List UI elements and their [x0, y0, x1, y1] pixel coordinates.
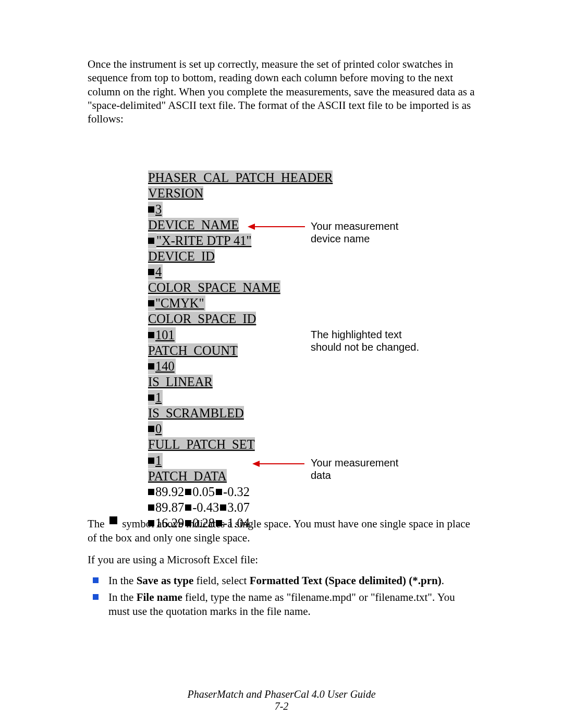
code-line: COLOR_SPACE_NAME [148, 280, 280, 294]
code-line: VERSION [148, 186, 203, 200]
space-symbol-icon [148, 394, 154, 401]
code-line: 140 [155, 359, 175, 373]
arrow-icon [254, 226, 305, 227]
device-name-value: "X-RITE DTP 41" [156, 233, 251, 248]
code-line: "CMYK" [155, 296, 204, 310]
space-symbol-icon [148, 426, 154, 432]
annotation-device-name: Your measurement device name [311, 220, 420, 245]
space-symbol-icon [148, 238, 154, 244]
page-number: 7-2 [88, 700, 475, 712]
code-line: 3 [155, 202, 162, 216]
code-line: 4 [155, 265, 162, 279]
code-line: 0 [155, 422, 162, 436]
page-footer: PhaserMatch and PhaserCal 4.0 User Guide… [88, 688, 475, 728]
code-line: IS_SCRAMBLED [148, 406, 244, 420]
code-line: 1 [155, 453, 162, 467]
arrow-icon [259, 463, 304, 464]
space-symbol-icon [216, 520, 222, 526]
space-symbol-icon [185, 504, 191, 511]
code-line: 1 [155, 390, 162, 404]
space-symbol-icon [148, 489, 154, 495]
list-item: In the File name field, type the name as… [104, 590, 475, 619]
space-symbol-icon [220, 504, 226, 511]
footer-title: PhaserMatch and PhaserCal 4.0 User Guide [187, 688, 375, 700]
space-symbol-icon [109, 516, 117, 524]
space-symbol-icon [185, 489, 191, 495]
space-symbol-icon [148, 458, 154, 464]
annotation-highlighted: The highlighted text should not be chang… [311, 328, 420, 353]
code-line: DEVICE_ID [148, 249, 215, 263]
excel-intro: If you are using a Microsoft Excel file: [88, 553, 475, 566]
data-line: 16.290.28-1.04 [148, 515, 311, 531]
code-line: IS_LINEAR [148, 375, 213, 389]
code-line: PHASER_CAL_PATCH_HEADER [148, 170, 333, 184]
data-line: 89.920.05-0.32 [148, 484, 311, 500]
bullet-list: In the Save as type field, select Format… [88, 574, 475, 621]
code-line: FULL_PATCH_SET [148, 437, 255, 451]
space-symbol-icon [148, 206, 154, 213]
arrow-head-icon [252, 461, 260, 467]
code-line: COLOR_SPACE_ID [148, 312, 256, 326]
code-line: DEVICE_NAME [148, 218, 239, 232]
space-symbol-icon [148, 332, 154, 338]
ascii-format-figure: PHASER_CAL_PATCH_HEADER VERSION 3 DEVICE… [137, 149, 426, 496]
space-symbol-icon [148, 504, 154, 511]
intro-paragraph: Once the instrument is set up correctly,… [88, 57, 475, 126]
data-line: 89.87-0.433.07 [148, 500, 311, 515]
space-symbol-icon [148, 520, 154, 526]
list-item: In the Save as type field, select Format… [104, 574, 475, 588]
code-block: PHASER_CAL_PATCH_HEADER VERSION 3 DEVICE… [148, 170, 311, 531]
space-symbol-icon [148, 300, 154, 306]
code-line: PATCH_COUNT [148, 343, 238, 357]
arrow-head-icon [248, 224, 255, 230]
code-line: PATCH_DATA [148, 469, 227, 483]
space-symbol-icon [185, 520, 191, 526]
space-symbol-icon [216, 489, 222, 495]
space-symbol-icon [148, 363, 154, 369]
space-symbol-icon [148, 269, 154, 275]
code-line: 101 [155, 328, 175, 342]
annotation-data: Your measurement data [311, 456, 420, 482]
